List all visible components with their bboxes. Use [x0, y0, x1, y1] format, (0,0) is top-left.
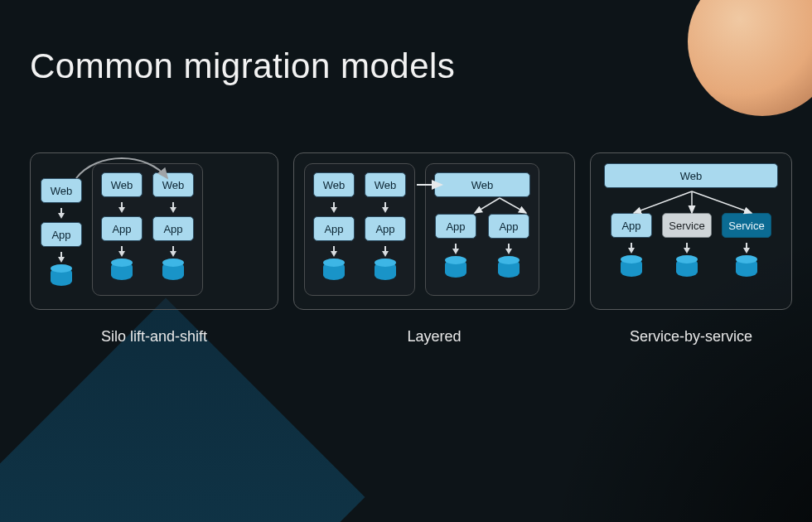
sbs-stack-app: App: [611, 213, 652, 277]
arrow-down-icon: [58, 252, 65, 261]
arrow-down-icon: [58, 208, 65, 217]
layered-right-group: Web App App: [425, 163, 539, 296]
app-box: App: [488, 214, 529, 239]
web-box: Web: [41, 178, 82, 203]
sbs-services-row: App Service Service: [611, 213, 771, 277]
app-box: App: [611, 213, 652, 238]
svg-line-5: [692, 191, 752, 213]
database-icon: [162, 262, 184, 280]
layered-left-stack-1: Web App: [313, 172, 355, 280]
silo-right-stack-1: Web App: [101, 172, 143, 280]
arrow-down-icon: [382, 202, 389, 211]
app-box: App: [313, 216, 355, 241]
layered-caption: Layered: [407, 328, 461, 346]
database-icon: [51, 268, 72, 286]
database-icon: [676, 259, 698, 277]
arrow-down-icon: [331, 246, 337, 255]
svg-line-3: [634, 191, 692, 213]
silo-right-stack-2: Web App: [152, 172, 194, 280]
app-box: App: [365, 216, 406, 241]
layered-right-stack-2: App: [488, 214, 529, 278]
page-title: Common migration models: [30, 46, 782, 86]
arrow-down-icon: [382, 246, 389, 255]
database-icon: [323, 262, 345, 280]
models-row: Web App Web App Web: [30, 152, 782, 346]
slide-content: Common migration models Web App: [0, 0, 812, 346]
arrow-down-icon: [118, 246, 125, 255]
sbs-stack-service-1: Service: [662, 213, 712, 277]
database-icon: [621, 259, 642, 277]
arrow-down-icon: [452, 244, 459, 253]
app-box: App: [435, 214, 476, 239]
layered-left-group: Web App Web App: [304, 163, 415, 296]
database-icon: [111, 262, 133, 280]
layered-left-stack-2: Web App: [365, 172, 406, 280]
web-box: Web: [365, 172, 406, 197]
web-box: Web: [152, 172, 194, 197]
silo-caption: Silo lift-and-shift: [101, 328, 207, 346]
layered-panel: Web App Web App: [293, 152, 575, 310]
web-box: Web: [313, 172, 355, 197]
web-box: Web: [101, 172, 143, 197]
layered-right-stack-1: App: [435, 214, 476, 278]
silo-panel: Web App Web App Web: [30, 152, 278, 310]
silo-right-group: Web App Web App: [92, 163, 203, 296]
app-box: App: [152, 216, 194, 241]
database-icon: [498, 259, 520, 278]
service-box: Service: [662, 213, 712, 238]
sbs-caption: Service-by-service: [630, 328, 752, 346]
app-box: App: [101, 216, 143, 241]
model-service-by-service: Web App Service Service: [590, 152, 792, 346]
sbs-stack-service-2: Service: [722, 213, 771, 277]
database-icon: [375, 262, 396, 280]
sbs-panel: Web App Service Service: [590, 152, 792, 310]
layered-right-apps: App App: [435, 214, 529, 278]
arrow-down-icon: [505, 244, 512, 253]
arrow-down-icon: [118, 202, 125, 211]
arrow-down-icon: [170, 246, 176, 255]
arrow-down-icon: [331, 202, 337, 211]
arrow-down-icon: [170, 202, 176, 211]
web-box: Web: [604, 163, 778, 188]
model-layered: Web App Web App: [293, 152, 575, 346]
arrow-down-icon: [684, 243, 690, 252]
arrow-down-icon: [743, 243, 750, 252]
database-icon: [445, 259, 466, 278]
model-silo: Web App Web App Web: [30, 152, 278, 346]
app-box: App: [41, 222, 82, 247]
arrow-down-icon: [628, 243, 635, 252]
silo-left-stack: Web App: [41, 178, 82, 286]
database-icon: [736, 259, 757, 277]
service-box: Service: [722, 213, 771, 238]
web-box: Web: [434, 172, 530, 197]
